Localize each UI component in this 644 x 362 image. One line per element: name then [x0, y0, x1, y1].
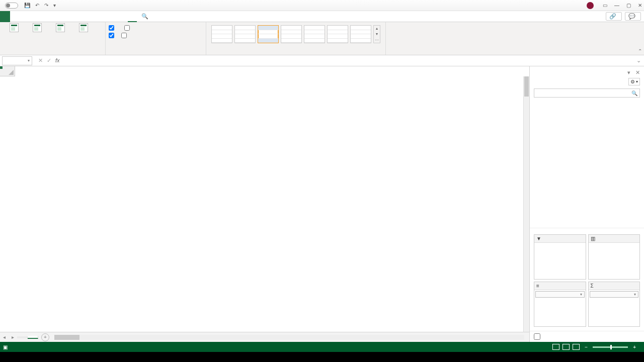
- tab-analyze[interactable]: [119, 11, 128, 22]
- avatar: [587, 2, 594, 9]
- status-bar: ▣ − +: [0, 342, 644, 352]
- vertical-scrollbar[interactable]: [523, 76, 529, 332]
- rows-icon: ≡: [536, 283, 539, 289]
- style-thumb[interactable]: [281, 25, 302, 43]
- zoom-in-icon[interactable]: +: [633, 344, 636, 350]
- fx-icon[interactable]: fx: [55, 57, 60, 64]
- sheet-nav-prev[interactable]: ◂: [0, 334, 9, 340]
- style-thumb[interactable]: [304, 25, 325, 43]
- tab-formulas[interactable]: [37, 11, 46, 22]
- expand-formula-icon[interactable]: ⌄: [633, 57, 644, 64]
- styles-scroll[interactable]: ▴▾⋯: [373, 25, 380, 43]
- formula-bar: ▾ ✕ ✓ fx ⌄: [0, 55, 644, 66]
- pivot-styles-gallery[interactable]: ▴▾⋯: [209, 23, 382, 45]
- save-icon[interactable]: 💾: [24, 3, 30, 8]
- pane-close-icon[interactable]: ✕: [635, 69, 640, 76]
- pagelayout-view-icon[interactable]: [562, 344, 570, 350]
- zoom-out-icon[interactable]: −: [585, 344, 588, 350]
- filter-icon: ▼: [536, 236, 541, 241]
- filter-area[interactable]: ▼: [534, 234, 586, 280]
- tab-help[interactable]: [83, 11, 92, 22]
- search-icon: 🔍: [631, 90, 637, 96]
- user-account[interactable]: [585, 2, 594, 9]
- pivot-field-pane: ▾✕ ⚙▾ 🔍 ▼ ▥ ≡: [529, 66, 644, 342]
- sheet-tab-bar: ◂ ▸ +: [0, 332, 529, 342]
- sheet-tab-rohdaten[interactable]: [17, 336, 28, 338]
- undo-icon[interactable]: ↶: [35, 3, 39, 8]
- field-search-input[interactable]: 🔍: [534, 88, 640, 98]
- tab-view[interactable]: [64, 11, 73, 22]
- zoom-slider[interactable]: [593, 346, 628, 348]
- toggle-icon: [5, 3, 18, 9]
- pagebreak-view-icon[interactable]: [573, 344, 580, 350]
- reportlayout-button[interactable]: [49, 23, 71, 33]
- comments-button[interactable]: 💬: [625, 12, 641, 21]
- tab-start[interactable]: [10, 11, 19, 22]
- defer-checkbox[interactable]: [534, 333, 540, 340]
- title-bar: 💾 ↶ ↷ ▾ ▭ — ▢ ✕: [0, 0, 644, 11]
- ribbon-tabs: 🔍 🔗 💬: [0, 11, 644, 22]
- taskbar: [0, 352, 644, 362]
- style-thumb[interactable]: [350, 25, 371, 43]
- redo-icon[interactable]: ↷: [44, 3, 48, 8]
- maximize-icon[interactable]: ▢: [626, 3, 631, 8]
- name-box[interactable]: ▾: [2, 56, 32, 65]
- normal-view-icon[interactable]: [552, 344, 559, 350]
- ribbon-display-icon[interactable]: ▭: [603, 3, 607, 8]
- col-headers-checkbox[interactable]: [109, 33, 116, 38]
- values-icon: Σ: [591, 283, 594, 289]
- enter-formula-icon[interactable]: ✓: [47, 57, 51, 64]
- horizontal-scrollbar[interactable]: [54, 335, 524, 340]
- values-pill[interactable]: ▾: [590, 291, 639, 298]
- sheet-tab-pivot[interactable]: [28, 336, 38, 339]
- record-macro-icon[interactable]: ▣: [3, 344, 8, 350]
- tab-developer[interactable]: [73, 11, 83, 22]
- ribbon: ▴▾⋯ ⌃: [0, 22, 644, 55]
- autosave-toggle[interactable]: [2, 3, 18, 9]
- tab-design[interactable]: [128, 11, 137, 22]
- close-icon[interactable]: ✕: [638, 3, 642, 8]
- rows-pill[interactable]: ▾: [535, 291, 585, 298]
- sheet-nav-next[interactable]: ▸: [9, 334, 17, 340]
- tab-insert[interactable]: [19, 11, 28, 22]
- style-thumb[interactable]: [327, 25, 348, 43]
- quick-access-toolbar: 💾 ↶ ↷ ▾: [24, 3, 56, 8]
- window-title: [56, 3, 585, 8]
- select-all-button[interactable]: [0, 66, 15, 76]
- file-tab[interactable]: [0, 11, 10, 22]
- search-button[interactable]: 🔍: [137, 11, 155, 22]
- subtotals-button[interactable]: [3, 23, 25, 33]
- banded-rows-checkbox[interactable]: [124, 25, 132, 31]
- columns-icon: ▥: [591, 236, 595, 241]
- banded-cols-checkbox[interactable]: [121, 33, 129, 38]
- drag-hint: [530, 228, 644, 234]
- pane-settings-button[interactable]: ⚙▾: [628, 78, 640, 85]
- style-thumb[interactable]: [211, 25, 232, 43]
- columns-area[interactable]: ▥: [588, 234, 640, 280]
- style-thumb[interactable]: [234, 25, 256, 43]
- tab-factset[interactable]: [92, 11, 101, 22]
- more-tables-link[interactable]: [530, 102, 644, 106]
- tab-review[interactable]: [55, 11, 64, 22]
- tab-pagelayout[interactable]: [28, 11, 37, 22]
- add-sheet-button[interactable]: +: [41, 333, 49, 341]
- share-button[interactable]: 🔗: [606, 12, 622, 21]
- rows-area[interactable]: ≡ ▾: [534, 282, 586, 327]
- pane-menu-icon[interactable]: ▾: [627, 69, 630, 76]
- row-headers-checkbox[interactable]: [109, 25, 116, 31]
- minimize-icon[interactable]: —: [614, 3, 619, 8]
- tab-data[interactable]: [46, 11, 55, 22]
- tab-powerpivot[interactable]: [110, 11, 119, 22]
- grandtotals-button[interactable]: [26, 23, 48, 33]
- collapse-ribbon-icon[interactable]: ⌃: [638, 48, 642, 54]
- style-thumb[interactable]: [258, 25, 279, 43]
- values-area[interactable]: Σ ▾: [588, 282, 640, 327]
- cancel-formula-icon[interactable]: ✕: [38, 57, 43, 64]
- blankrows-button[interactable]: [72, 23, 95, 33]
- worksheet-grid[interactable]: [0, 66, 529, 332]
- tab-fuzzy[interactable]: [101, 11, 110, 22]
